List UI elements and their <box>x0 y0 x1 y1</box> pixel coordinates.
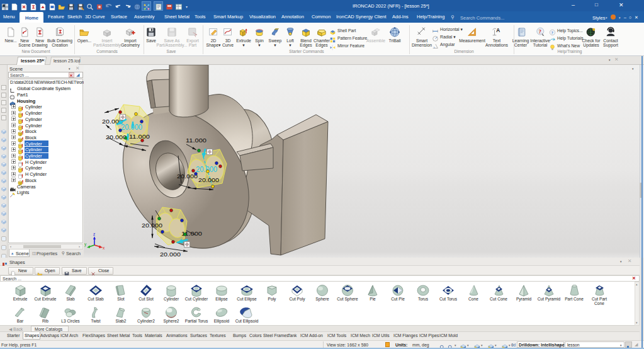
svg-text:y: y <box>84 242 87 247</box>
svg-text:x: x <box>103 246 105 250</box>
svg-text:20.000: 20.000 <box>198 176 220 183</box>
svg-text:20.000: 20.000 <box>121 122 142 132</box>
svg-text:A: A <box>496 27 500 33</box>
svg-text:20.000: 20.000 <box>160 251 181 258</box>
svg-text:?: ? <box>539 28 542 35</box>
svg-text:11.000: 11.000 <box>186 137 207 144</box>
svg-text:20.000: 20.000 <box>106 134 127 140</box>
svg-text:z: z <box>93 232 95 236</box>
svg-text:20.000: 20.000 <box>142 222 163 229</box>
svg-text:11.000: 11.000 <box>129 133 150 140</box>
svg-text:?: ? <box>551 31 553 35</box>
